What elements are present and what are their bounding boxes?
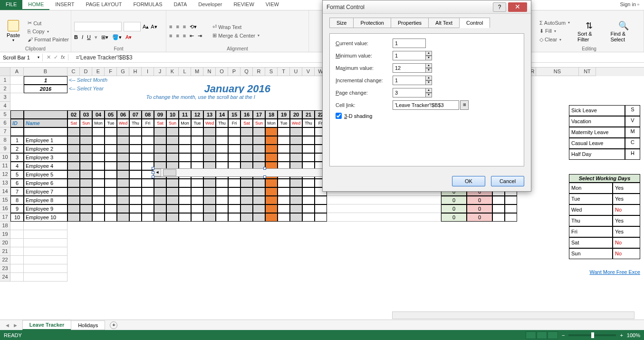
cell-ref-button[interactable]: ⊞ xyxy=(460,100,469,110)
max-spin-down[interactable]: ▼ xyxy=(425,68,432,73)
tab-pagelayout[interactable]: PAGE LAYOUT xyxy=(80,0,127,10)
shrink-font-icon[interactable]: A▾ xyxy=(151,24,157,30)
row-header-10[interactable]: 10 xyxy=(0,153,10,162)
bold-button[interactable]: B xyxy=(74,34,78,40)
align-bottom-icon[interactable]: ≡ xyxy=(183,24,186,30)
row-header-20[interactable]: 20 xyxy=(0,239,10,247)
wrap-text-button[interactable]: ⏎ Wrap Text xyxy=(211,23,261,31)
col-header-J[interactable]: J xyxy=(154,68,166,76)
row-header-7[interactable]: 7 xyxy=(0,127,10,136)
col-header-H[interactable]: H xyxy=(129,68,142,76)
row-header-2[interactable]: 2 xyxy=(0,85,10,93)
row-header-14[interactable]: 14 xyxy=(0,187,10,196)
col-header-V[interactable]: V xyxy=(302,68,315,76)
3d-shading-checkbox[interactable] xyxy=(336,113,342,119)
max-value-input[interactable] xyxy=(393,63,426,73)
align-center-icon[interactable]: ≡ xyxy=(176,33,179,39)
italic-button[interactable]: I xyxy=(82,34,83,40)
grow-font-icon[interactable]: A▴ xyxy=(143,24,149,30)
col-header-E[interactable]: E xyxy=(92,68,105,76)
tab-formulas[interactable]: FORMULAS xyxy=(127,0,168,10)
align-right-icon[interactable]: ≡ xyxy=(183,33,186,39)
font-family-select[interactable] xyxy=(74,22,122,31)
zoom-slider[interactable] xyxy=(568,334,616,336)
col-header-M[interactable]: M xyxy=(191,68,203,76)
row-header-15[interactable]: 15 xyxy=(0,196,10,204)
pg-spin-up[interactable]: ▲ xyxy=(425,88,432,93)
zoom-level[interactable]: 100% xyxy=(627,332,640,338)
row-header-24[interactable]: 24 xyxy=(0,273,10,282)
autosum-button[interactable]: Σ AutoSum xyxy=(538,19,572,27)
find-select-button[interactable]: 🔍 Find & Select xyxy=(606,19,641,44)
sort-filter-button[interactable]: ⇅ Sort & Filter xyxy=(574,19,605,44)
col-header-B[interactable]: B xyxy=(24,68,67,76)
row-header-6[interactable]: 6 xyxy=(0,119,10,127)
row-header-8[interactable]: 8 xyxy=(0,136,10,145)
fill-color-button[interactable]: 🪣▾ xyxy=(112,34,122,40)
tab-developer[interactable]: Developer xyxy=(192,0,228,10)
col-header-S[interactable]: S xyxy=(265,68,278,76)
dialog-tab-alttext[interactable]: Alt Text xyxy=(428,18,460,28)
col-header-Q[interactable]: Q xyxy=(240,68,253,76)
orientation-icon[interactable]: ⟲▾ xyxy=(190,24,197,30)
next-sheet-icon[interactable]: ► xyxy=(13,322,18,328)
ok-button[interactable]: OK xyxy=(452,176,485,186)
tab-file[interactable]: FILE xyxy=(0,0,22,10)
underline-button[interactable]: U xyxy=(87,34,91,40)
col-header-G[interactable]: G xyxy=(117,68,129,76)
cancel-icon[interactable]: ✕ xyxy=(47,54,51,60)
zoom-in-button[interactable]: + xyxy=(620,332,623,338)
pagebreak-view-button[interactable] xyxy=(548,331,558,339)
row-header-3[interactable]: 3 xyxy=(0,93,10,102)
row-header-19[interactable]: 19 xyxy=(0,230,10,239)
col-header-K[interactable]: K xyxy=(166,68,179,76)
copy-button[interactable]: ⎘ Copy xyxy=(26,28,71,35)
col-header-P[interactable]: P xyxy=(228,68,240,76)
row-header-4[interactable]: 4 xyxy=(0,102,10,110)
border-button[interactable]: ⊞▾ xyxy=(101,34,108,40)
dialog-close-button[interactable]: ✕ xyxy=(508,2,527,12)
col-header-D[interactable]: D xyxy=(80,68,92,76)
horizontal-scrollbar[interactable] xyxy=(392,311,634,319)
row-header-5[interactable]: 5 xyxy=(0,110,10,119)
row-header-9[interactable]: 9 xyxy=(0,145,10,153)
format-painter-button[interactable]: 🖌 Format Painter xyxy=(26,36,71,43)
col-header-A[interactable]: A xyxy=(10,68,24,76)
tab-view[interactable]: VIEW xyxy=(260,0,285,10)
sheet-tab-leave-tracker[interactable]: Leave Tracker xyxy=(22,320,71,330)
col-header-R[interactable]: R xyxy=(253,68,265,76)
signin-link[interactable]: Sign in ▫ xyxy=(615,0,644,10)
tab-review[interactable]: REVIEW xyxy=(228,0,260,10)
min-spin-down[interactable]: ▼ xyxy=(425,56,432,60)
pg-spin-down[interactable]: ▼ xyxy=(425,93,432,97)
zoom-out-button[interactable]: − xyxy=(562,332,565,338)
scroll-thumb[interactable] xyxy=(163,169,176,176)
align-top-icon[interactable]: ≡ xyxy=(169,24,172,30)
more-templates-link[interactable]: Want More Free Exce xyxy=(589,269,640,275)
min-spin-up[interactable]: ▲ xyxy=(425,51,432,56)
pagelayout-view-button[interactable] xyxy=(537,331,547,339)
col-header-U[interactable]: U xyxy=(290,68,302,76)
scroll-left-button[interactable]: ◄ xyxy=(154,169,161,176)
align-left-icon[interactable]: ≡ xyxy=(169,33,172,39)
font-color-button[interactable]: A▾ xyxy=(125,34,132,40)
tab-insert[interactable]: INSERT xyxy=(49,0,80,10)
merge-button[interactable]: ⊞ Merge & Center xyxy=(211,31,261,39)
normal-view-button[interactable] xyxy=(526,331,536,339)
col-header-O[interactable]: O xyxy=(216,68,228,76)
inc-spin-up[interactable]: ▲ xyxy=(425,76,432,80)
col-header-T[interactable]: T xyxy=(278,68,290,76)
col-header-N[interactable]: N xyxy=(203,68,216,76)
cell-link-input[interactable] xyxy=(393,100,459,110)
fill-button[interactable]: ⬇ Fill xyxy=(538,27,572,35)
row-header-13[interactable]: 13 xyxy=(0,179,10,187)
paste-button[interactable]: Paste▾ xyxy=(3,18,24,44)
indent-inc-icon[interactable]: ⇥ xyxy=(198,33,202,39)
dialog-tab-protection[interactable]: Protection xyxy=(353,18,391,28)
row-header-23[interactable]: 23 xyxy=(0,264,10,273)
align-middle-icon[interactable]: ≡ xyxy=(176,24,179,30)
dialog-tab-properties[interactable]: Properties xyxy=(391,18,429,28)
row-header-11[interactable]: 11 xyxy=(0,162,10,170)
name-box[interactable]: Scroll Bar 1▾ xyxy=(0,54,43,61)
col-header-F[interactable]: F xyxy=(105,68,117,76)
